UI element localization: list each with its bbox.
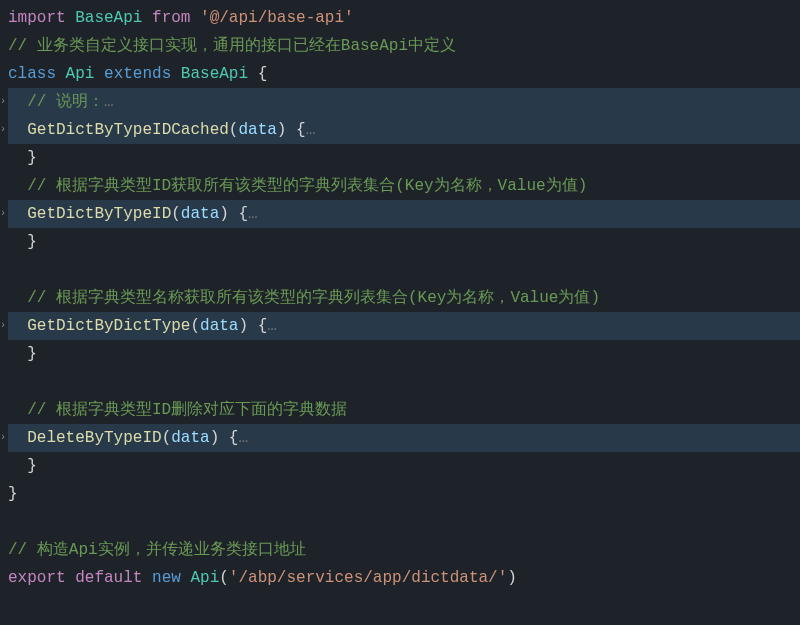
keyword-default: default [66,569,143,587]
code-line: } [8,480,800,508]
paren-close-brace: ) { [210,429,239,447]
fold-indicator[interactable]: … [104,93,114,111]
code-line: // 构造Api实例，并传递业务类接口地址 [8,536,800,564]
code-line: } [8,452,800,480]
comment: // 根据字典类型名称获取所有该类型的字典列表集合(Key为名称，Value为值… [8,289,600,307]
string-path: '@/api/base-api' [190,9,353,27]
code-line [8,508,800,536]
keyword-from: from [142,9,190,27]
code-line: › // 说明：… [8,88,800,116]
comment: // 构造Api实例，并传递业务类接口地址 [8,541,306,559]
code-line: // 根据字典类型ID删除对应下面的字典数据 [8,396,800,424]
fold-chevron-icon[interactable]: › [0,312,9,340]
code-line: › GetDictByDictType(data) {… [8,312,800,340]
code-line: import BaseApi from '@/api/base-api' [8,4,800,32]
method-name: GetDictByTypeID [8,205,171,223]
paren-open: ( [190,317,200,335]
paren-open: ( [219,569,229,587]
fold-indicator[interactable]: … [306,121,316,139]
class-name: Api [56,65,94,83]
close-brace: } [8,345,37,363]
paren-close-brace: ) { [219,205,248,223]
fold-chevron-icon[interactable]: › [0,88,9,116]
code-line: › DeleteByTypeID(data) {… [8,424,800,452]
paren-close-brace: ) { [277,121,306,139]
code-line: } [8,144,800,172]
close-brace: } [8,457,37,475]
keyword-export: export [8,569,66,587]
fold-indicator[interactable]: … [238,429,248,447]
fold-chevron-icon[interactable]: › [0,116,9,144]
paren-close: ) [507,569,517,587]
code-line: // 业务类自定义接口实现，通用的接口已经在BaseApi中定义 [8,32,800,60]
string-arg: '/abp/services/app/dictdata/' [229,569,507,587]
keyword-extends: extends [94,65,171,83]
paren-open: ( [171,205,181,223]
fold-chevron-icon[interactable]: › [0,200,9,228]
code-line: class Api extends BaseApi { [8,60,800,88]
code-line: › GetDictByTypeIDCached(data) {… [8,116,800,144]
parameter: data [238,121,276,139]
parameter: data [171,429,209,447]
fold-indicator[interactable]: … [267,317,277,335]
paren-open: ( [162,429,172,447]
parameter: data [200,317,238,335]
keyword-import: import [8,9,66,27]
open-brace: { [248,65,267,83]
paren-close-brace: ) { [238,317,267,335]
fold-indicator[interactable]: … [248,205,258,223]
code-line: › GetDictByTypeID(data) {… [8,200,800,228]
code-line: } [8,340,800,368]
code-line [8,368,800,396]
comment: // 业务类自定义接口实现，通用的接口已经在BaseApi中定义 [8,37,456,55]
fold-chevron-icon[interactable]: › [0,424,9,452]
code-line [8,256,800,284]
keyword-class: class [8,65,56,83]
close-brace: } [8,233,37,251]
class-name: Api [181,569,219,587]
comment: // 根据字典类型ID获取所有该类型的字典列表集合(Key为名称，Value为值… [8,177,587,195]
comment: // 说明： [8,93,104,111]
code-editor[interactable]: import BaseApi from '@/api/base-api' // … [8,4,800,592]
code-line: export default new Api('/abp/services/ap… [8,564,800,592]
code-line: // 根据字典类型ID获取所有该类型的字典列表集合(Key为名称，Value为值… [8,172,800,200]
keyword-new: new [142,569,180,587]
method-name: GetDictByTypeIDCached [8,121,229,139]
close-brace: } [8,149,37,167]
parameter: data [181,205,219,223]
close-brace: } [8,485,18,503]
base-class: BaseApi [171,65,248,83]
identifier-baseapi: BaseApi [66,9,143,27]
code-line: // 根据字典类型名称获取所有该类型的字典列表集合(Key为名称，Value为值… [8,284,800,312]
code-line: } [8,228,800,256]
paren-open: ( [229,121,239,139]
method-name: DeleteByTypeID [8,429,162,447]
comment: // 根据字典类型ID删除对应下面的字典数据 [8,401,347,419]
method-name: GetDictByDictType [8,317,190,335]
